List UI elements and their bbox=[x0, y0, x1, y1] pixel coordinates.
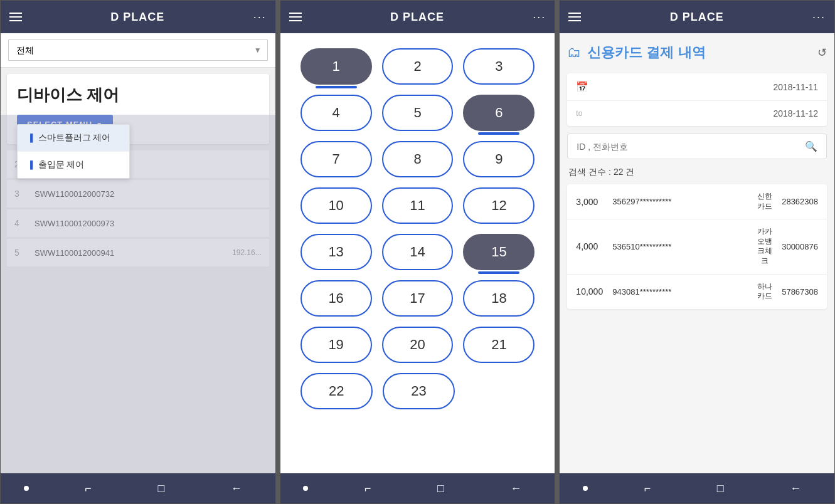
hamburger-icon-1[interactable] bbox=[9, 13, 22, 21]
phone-screen-2: D PLACE ··· 1 2 3 4 5 6 7 bbox=[280, 0, 556, 504]
number-btn-17[interactable]: 17 bbox=[382, 280, 454, 317]
select-menu-dropdown: ▐ 스마트플러그 제어 ▐ 출입문 제어 bbox=[17, 124, 130, 179]
date-from-row: 📅 2018-11-11 bbox=[567, 73, 827, 101]
number-btn-9[interactable]: 9 bbox=[463, 141, 535, 177]
dropdown-item-label-1: 스마트플러그 제어 bbox=[38, 132, 111, 144]
number-btn-11[interactable]: 11 bbox=[382, 187, 454, 224]
bottom-nav-3: ⌐ □ ← bbox=[560, 473, 834, 503]
hamburger-icon-2[interactable] bbox=[289, 13, 302, 21]
dropdown-item-smart-plug[interactable]: ▐ 스마트플러그 제어 bbox=[18, 125, 129, 152]
more-options-icon-2[interactable]: ··· bbox=[533, 11, 546, 24]
nav-back-icon[interactable]: ⌐ bbox=[634, 477, 661, 500]
plug-icon: ▐ bbox=[28, 134, 33, 142]
folder-icon: 🗂 bbox=[567, 45, 581, 61]
calendar-icon: 📅 bbox=[576, 81, 588, 93]
number-btn-23[interactable]: 23 bbox=[383, 373, 455, 409]
number-btn-2[interactable]: 2 bbox=[382, 48, 454, 85]
number-btn-18[interactable]: 18 bbox=[463, 280, 535, 317]
filter-dropdown[interactable]: 전체 bbox=[8, 39, 268, 61]
number-grid: 1 2 3 4 5 6 7 8 9 10 11 12 bbox=[290, 43, 545, 368]
nav-home-icon[interactable]: □ bbox=[707, 477, 734, 500]
number-btn-6[interactable]: 6 bbox=[463, 95, 535, 131]
nav-dot-icon[interactable] bbox=[583, 486, 588, 491]
hamburger-icon-3[interactable] bbox=[568, 13, 581, 21]
nav-back-icon[interactable]: ⌐ bbox=[75, 477, 102, 500]
page-title: 신용카드 결제 내역 bbox=[587, 43, 811, 62]
selected-underline bbox=[478, 271, 519, 274]
number-btn-7[interactable]: 7 bbox=[300, 141, 372, 177]
nav-return-icon[interactable]: ← bbox=[780, 477, 811, 500]
app-title-3: D PLACE bbox=[670, 11, 724, 24]
phone-screen-3: D PLACE ··· 🗂 신용카드 결제 내역 ↺ 📅 2018-11-11 … bbox=[559, 0, 835, 504]
nav-return-icon[interactable]: ← bbox=[501, 477, 532, 500]
number-btn-10[interactable]: 10 bbox=[300, 187, 372, 224]
card-title: 디바이스 제어 bbox=[17, 84, 259, 106]
nav-return-icon[interactable]: ← bbox=[221, 477, 252, 500]
bottom-nav-1: ⌐ □ ← bbox=[1, 473, 275, 503]
search-icon[interactable]: 🔍 bbox=[805, 140, 817, 152]
more-options-icon-3[interactable]: ··· bbox=[812, 11, 826, 24]
page-title-row: 🗂 신용카드 결제 내역 ↺ bbox=[567, 41, 827, 65]
nav-dot-icon[interactable] bbox=[303, 486, 308, 491]
number-btn-4[interactable]: 4 bbox=[300, 95, 372, 131]
date-filter-card: 📅 2018-11-11 to 2018-11-12 bbox=[567, 73, 827, 126]
refresh-icon[interactable]: ↺ bbox=[817, 46, 827, 60]
nav-back-icon[interactable]: ⌐ bbox=[354, 477, 381, 500]
nav-dot-icon[interactable] bbox=[24, 486, 29, 491]
date-to-label: to bbox=[576, 109, 588, 118]
door-icon: ▐ bbox=[28, 160, 33, 169]
search-input[interactable] bbox=[577, 142, 800, 152]
search-bar: 🔍 bbox=[567, 134, 827, 159]
filter-dropdown-wrapper: 전체 ▼ bbox=[8, 39, 268, 61]
date-from-value[interactable]: 2018-11-11 bbox=[596, 82, 818, 92]
screen2-content: 1 2 3 4 5 6 7 8 9 10 11 12 bbox=[280, 33, 555, 473]
app-title-1: D PLACE bbox=[110, 11, 164, 24]
selected-underline bbox=[316, 86, 357, 88]
number-btn-22[interactable]: 22 bbox=[300, 373, 373, 409]
number-btn-14[interactable]: 14 bbox=[382, 234, 454, 270]
dropdown-item-label-2: 출입문 제어 bbox=[38, 159, 85, 171]
number-btn-12[interactable]: 12 bbox=[463, 187, 535, 224]
number-btn-5[interactable]: 5 bbox=[382, 95, 454, 131]
number-btn-21[interactable]: 21 bbox=[463, 327, 535, 363]
header-3: D PLACE ··· bbox=[560, 1, 834, 33]
results-count: 검색 건수 : 22 건 bbox=[567, 167, 827, 178]
number-btn-16[interactable]: 16 bbox=[300, 280, 372, 317]
number-btn-8[interactable]: 8 bbox=[382, 141, 454, 177]
table-row[interactable]: 3,000 356297********** 신한카드 28362308 bbox=[567, 184, 827, 219]
table-row[interactable]: 4,000 536510********** 카카오뱅크체크 30000876 bbox=[567, 219, 827, 274]
number-btn-20[interactable]: 20 bbox=[382, 327, 454, 363]
header-2: D PLACE ··· bbox=[280, 1, 555, 33]
bottom-nav-2: ⌐ □ ← bbox=[280, 473, 555, 503]
number-btn-13[interactable]: 13 bbox=[300, 234, 372, 270]
table-row[interactable]: 10,000 943081********** 하나카드 57867308 bbox=[567, 275, 827, 309]
nav-home-icon[interactable]: □ bbox=[427, 477, 454, 500]
date-to-row: to 2018-11-12 bbox=[567, 101, 827, 126]
number-btn-19[interactable]: 19 bbox=[300, 327, 372, 363]
more-options-icon-1[interactable]: ··· bbox=[253, 11, 267, 24]
number-btn-3[interactable]: 3 bbox=[463, 48, 535, 85]
app-title-2: D PLACE bbox=[390, 11, 444, 24]
date-to-value[interactable]: 2018-11-12 bbox=[596, 108, 818, 118]
number-btn-15[interactable]: 15 bbox=[463, 234, 535, 270]
payment-table: 3,000 356297********** 신한카드 28362308 4,0… bbox=[567, 184, 827, 309]
header-1: D PLACE ··· bbox=[1, 1, 275, 33]
screen3-content: 🗂 신용카드 결제 내역 ↺ 📅 2018-11-11 to 2018-11-1… bbox=[560, 33, 834, 473]
dropdown-item-door[interactable]: ▐ 출입문 제어 bbox=[18, 152, 129, 178]
phone-screen-1: D PLACE ··· 전체 ▼ 디바이스 제어 SELECT MENU ▼ bbox=[0, 0, 276, 504]
number-btn-1[interactable]: 1 bbox=[300, 48, 372, 85]
screen1-content: 전체 ▼ 디바이스 제어 SELECT MENU ▼ ▐ 스마트플러그 제어 bbox=[1, 33, 275, 473]
nav-home-icon[interactable]: □ bbox=[147, 477, 174, 500]
selected-underline bbox=[478, 132, 519, 135]
